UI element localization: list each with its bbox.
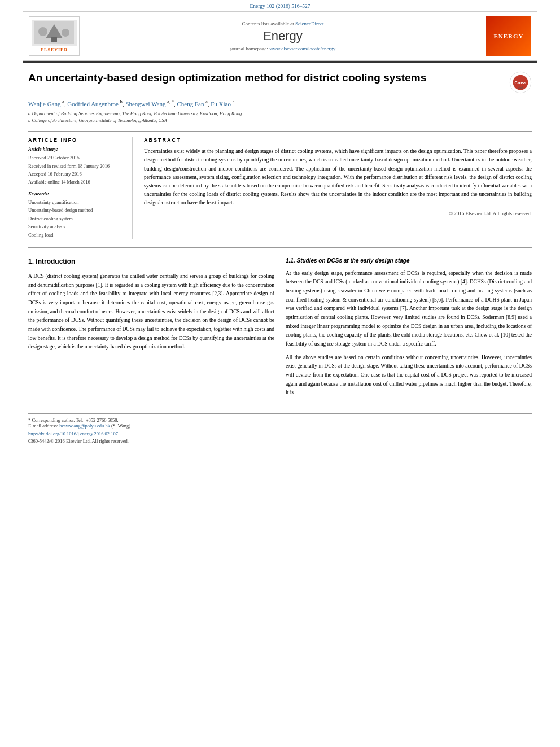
article-divider	[28, 131, 532, 132]
citation-text: Energy 102 (2016) 516–527	[250, 3, 310, 9]
keyword-1: Uncertainty quantification	[28, 198, 124, 206]
right-para-2: All the above studies are based on certa…	[286, 353, 532, 397]
author-fu: Fu Xiao	[211, 101, 231, 107]
body-left-column: 1. Introduction A DCS (district cooling …	[28, 256, 274, 402]
article-info-column: ARTICLE INFO Article history: Received 2…	[28, 137, 133, 239]
email-address[interactable]: besww.ang@polyu.edu.hk	[59, 423, 110, 429]
article-history-label: Article history:	[28, 146, 124, 152]
paper-title: An uncertainty-based design optimization…	[28, 71, 501, 85]
body-columns: 1. Introduction A DCS (district cooling …	[28, 256, 532, 402]
svg-point-4	[62, 29, 69, 37]
main-content: An uncertainty-based design optimization…	[0, 63, 560, 455]
section-divider	[28, 247, 532, 248]
abstract-text: Uncertainties exist widely at the planni…	[144, 147, 532, 207]
email-label: E-mail address:	[28, 423, 58, 429]
abstract-heading: ABSTRACT	[144, 137, 532, 143]
received-revised-date: Received in revised form 18 January 2016	[28, 162, 124, 170]
affiliation-b: b College of Architecture, Georgia Insti…	[28, 117, 532, 124]
issn-line: 0360-5442/© 2016 Elsevier Ltd. All right…	[28, 438, 532, 444]
copyright: © 2016 Elsevier Ltd. All rights reserved…	[144, 211, 532, 216]
elsevier-text: ELSEVIER	[41, 47, 68, 53]
right-para-1: At the early design stage, performance a…	[286, 269, 532, 349]
svg-text:Mark: Mark	[518, 86, 524, 89]
received-date: Received 29 October 2015	[28, 154, 124, 161]
energy-logo-right: ENERGY	[486, 16, 531, 56]
article-history-items: Received 29 October 2015 Received in rev…	[28, 154, 124, 186]
intro-para-1: A DCS (district cooling system) generate…	[28, 272, 274, 352]
elsevier-tree-image	[32, 20, 77, 46]
body-right-column: 1.1. Studies on DCSs at the early design…	[286, 256, 532, 402]
elsevier-logo: ELSEVIER	[29, 16, 80, 56]
journal-center: Contents lists available at ScienceDirec…	[85, 21, 480, 51]
footnote-area: * Corresponding author. Tel.: +852 2766 …	[28, 413, 532, 444]
affiliations: a Department of Building Services Engine…	[28, 110, 532, 125]
svg-rect-2	[51, 37, 57, 42]
crossmark: Cross Mark	[509, 71, 532, 94]
journal-homepage: journal homepage: www.elsevier.com/locat…	[85, 46, 480, 51]
author-godfried: Godfried Augenbroe	[67, 101, 119, 107]
author-cheng: Cheng Fan	[177, 101, 204, 107]
svg-point-3	[38, 27, 47, 36]
info-abstract-columns: ARTICLE INFO Article history: Received 2…	[28, 137, 532, 239]
paper-title-section: An uncertainty-based design optimization…	[28, 71, 532, 94]
authors-line: Wenjie Gang a, Godfried Augenbroe b, She…	[28, 99, 532, 107]
top-bar: Energy 102 (2016) 516–527	[0, 0, 560, 11]
affiliation-a: a Department of Building Services Engine…	[28, 110, 532, 117]
article-info-heading: ARTICLE INFO	[28, 137, 124, 143]
sciencedirect-label: Contents lists available at ScienceDirec…	[85, 21, 480, 27]
accepted-date: Accepted 16 February 2016	[28, 170, 124, 178]
keyword-5: Cooling load	[28, 231, 124, 239]
keyword-3: District cooling system	[28, 215, 124, 222]
email-suffix: (S. Wang).	[111, 423, 132, 429]
subsection-1-1-heading: 1.1. Studies on DCSs at the early design…	[286, 256, 532, 266]
svg-text:Cross: Cross	[515, 80, 527, 85]
email-line: E-mail address: besww.ang@polyu.edu.hk (…	[28, 423, 532, 429]
keyword-4: Sensitivity analysis	[28, 222, 124, 230]
corresponding-author: * Corresponding author. Tel.: +852 2766 …	[28, 417, 532, 423]
keywords-label: Keywords:	[28, 191, 124, 196]
section-1-heading: 1. Introduction	[28, 256, 274, 268]
journal-header: ELSEVIER Contents lists available at Sci…	[23, 11, 537, 61]
keywords-list: Uncertainty quantification Uncertainty-b…	[28, 198, 124, 239]
author-shengwei: Shengwei Wang	[125, 101, 165, 107]
available-online-date: Available online 14 March 2016	[28, 178, 124, 186]
journal-title: Energy	[85, 29, 480, 43]
doi-link[interactable]: http://dx.doi.org/10.1016/j.energy.2016.…	[28, 431, 532, 436]
abstract-section: ABSTRACT Uncertainties exist widely at t…	[144, 137, 532, 239]
keyword-2: Uncertainty-based design method	[28, 206, 124, 214]
author-wenjie: Wenjie Gang	[28, 101, 60, 107]
